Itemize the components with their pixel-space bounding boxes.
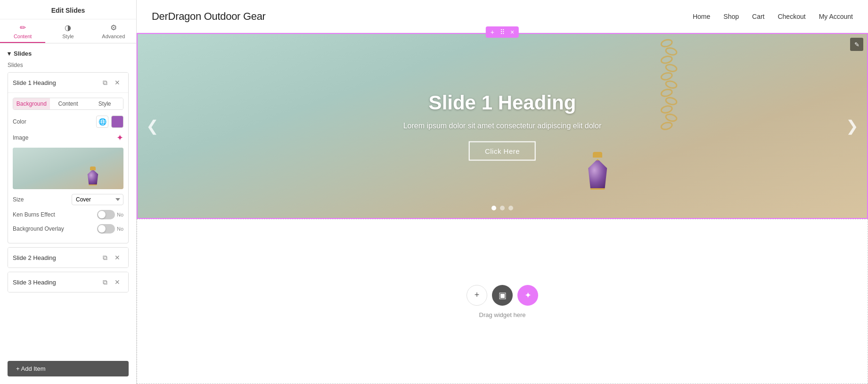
size-select[interactable]: Cover Contain Auto [72,194,123,205]
color-globe-btn[interactable]: 🌐 [96,116,108,128]
slide-3-copy-btn[interactable]: ⧉ [99,276,111,288]
main-area: DerDragon Outdoor Gear Home Shop Cart Ch… [137,0,868,384]
slider-toolbar: + ⠿ × [486,26,519,38]
slider-dot-3[interactable] [508,206,513,210]
slide-heading: Slide 1 Heading [403,92,602,114]
bg-overlay-value: No [117,226,123,232]
nav-shop[interactable]: Shop [723,13,739,20]
svg-point-1 [665,47,677,56]
tab-content-label: Content [14,33,32,39]
panel-body: ▾ Slides Slides Slide 1 Heading ⧉ ✕ Back… [0,43,136,357]
slider-next-btn[interactable]: ❯ [842,113,862,139]
tab-advanced[interactable]: ⚙ Advanced [91,19,136,43]
slider-edit-btn[interactable]: ✎ [850,38,863,51]
slide-1-header: Slide 1 Heading ⧉ ✕ [8,73,128,92]
advanced-icon: ⚙ [110,23,117,32]
slide-2-header: Slide 2 Heading ⧉ ✕ [8,248,128,267]
sub-tab-background[interactable]: Background [13,98,50,109]
ken-burns-row: Ken Burns Effect No [13,210,123,219]
sub-tab-content[interactable]: Content [50,98,87,109]
panel-tabs: ✏ Content ◑ Style ⚙ Advanced [0,19,136,43]
slide-1-sub-tabs: Background Content Style [13,98,123,110]
svg-point-2 [660,55,672,64]
slide-2-name: Slide 2 Heading [13,254,99,261]
slide-1-name: Slide 1 Heading [13,79,99,86]
image-row: Image ✦ [13,133,123,143]
section-header: ▾ Slides [8,50,129,57]
slide-subtext: Lorem ipsum dolor sit amet consectetur a… [403,122,602,130]
drag-widget-icons: + ▣ ✦ [467,285,538,306]
slide-1-expanded: Background Content Style Color 🌐 Image ✦ [8,92,128,243]
image-label: Image [13,134,41,141]
tab-content[interactable]: ✏ Content [0,19,45,43]
nav-cart[interactable]: Cart [752,13,764,20]
nav-links: Home Shop Cart Checkout My Account [693,13,853,20]
svg-point-3 [665,64,677,73]
slider-prev-btn[interactable]: ❮ [142,113,163,139]
slider-close-btn[interactable]: × [508,27,516,37]
nav-checkout[interactable]: Checkout [778,13,805,20]
tab-style[interactable]: ◑ Style [45,19,90,43]
nav-home[interactable]: Home [693,13,710,20]
slider-move-btn[interactable]: ⠿ [498,27,507,37]
drag-folder-btn[interactable]: ▣ [492,285,513,306]
svg-point-4 [660,72,672,81]
ken-burns-toggle[interactable] [97,210,115,219]
folder-icon: ▣ [499,290,507,301]
color-controls: 🌐 [96,116,123,128]
jewelry-preview [86,167,100,185]
slider-wrapper: Slide 1 Heading Lorem ipsum dolor sit am… [138,34,867,218]
tab-advanced-label: Advanced [102,33,125,39]
bg-overlay-toggle[interactable] [97,224,115,234]
drag-add-btn[interactable]: + [467,285,487,306]
slide-1-copy-btn[interactable]: ⧉ [99,76,111,89]
section-collapse-icon: ▾ [8,50,11,57]
svg-point-5 [665,80,677,89]
slider-add-btn[interactable]: + [489,27,496,37]
color-swatch[interactable] [111,116,123,128]
image-preview[interactable] [13,148,123,189]
bg-overlay-label: Background Overlay [13,225,64,232]
svg-point-0 [660,39,672,48]
sub-tab-style[interactable]: Style [86,98,123,109]
slide-cta-button[interactable]: Click Here [469,142,536,161]
slide-1-close-btn[interactable]: ✕ [111,76,123,89]
slide-2-copy-btn[interactable]: ⧉ [99,251,111,264]
drag-widget-text: Drag widget here [479,311,526,318]
slide-content: Slide 1 Heading Lorem ipsum dolor sit am… [403,92,602,161]
plus-icon: + [475,290,480,300]
ken-burns-value: No [117,212,123,217]
bg-overlay-toggle-wrap: No [97,224,123,234]
section-title: Slides [14,50,32,57]
slider-section: + ⠿ × [137,33,868,219]
slide-item-3: Slide 3 Heading ⧉ ✕ [8,272,129,292]
svg-point-8 [660,105,672,114]
bg-overlay-row: Background Overlay No [13,224,123,234]
nav-my-account[interactable]: My Account [819,13,853,20]
content-icon: ✏ [20,23,26,32]
color-label: Color [13,118,41,125]
slide-3-close-btn[interactable]: ✕ [111,276,123,288]
slide-item-2: Slide 2 Heading ⧉ ✕ [8,247,129,268]
ken-burns-label: Ken Burns Effect [13,211,55,218]
image-bg [13,148,123,189]
tab-style-label: Style [62,33,74,39]
image-sparkle-btn[interactable]: ✦ [116,133,123,143]
panel-title: Edit Slides [0,0,136,19]
style-icon: ◑ [65,23,71,32]
slide-2-close-btn[interactable]: ✕ [111,251,123,264]
add-item-button[interactable]: + Add Item [8,361,129,376]
slider-dots [491,206,513,210]
size-row: Size Cover Contain Auto [13,194,123,205]
size-label: Size [13,196,41,203]
slide-3-name: Slide 3 Heading [13,279,99,286]
left-panel: Edit Slides ✏ Content ◑ Style ⚙ Advanced… [0,0,137,384]
svg-point-9 [665,113,677,122]
svg-point-10 [660,121,672,130]
drag-sparkle-btn[interactable]: ✦ [517,285,538,306]
site-title: DerDragon Outdoor Gear [152,10,266,23]
slider-dot-2[interactable] [500,206,505,210]
svg-point-6 [660,88,672,97]
color-row: Color 🌐 [13,116,123,128]
slider-dot-1[interactable] [491,206,496,210]
